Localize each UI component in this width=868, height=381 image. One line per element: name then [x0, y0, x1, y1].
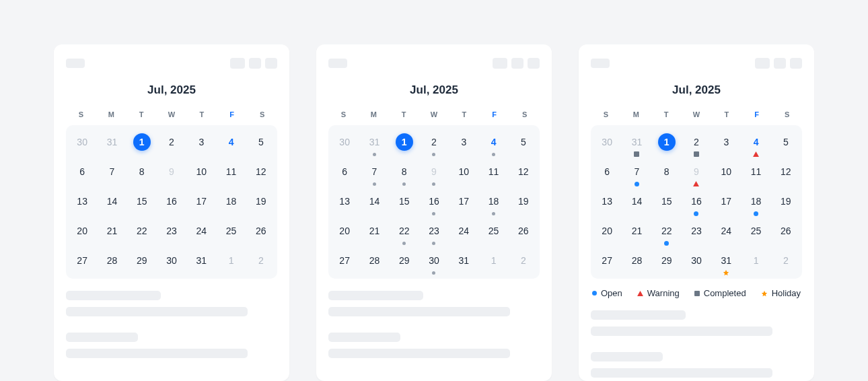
day-cell[interactable]: 24: [711, 218, 741, 248]
day-cell[interactable]: 16: [682, 188, 711, 218]
day-cell[interactable]: 5: [509, 129, 538, 159]
day-cell[interactable]: 31: [97, 129, 126, 159]
day-cell[interactable]: 4: [741, 129, 770, 159]
day-cell[interactable]: 17: [186, 188, 216, 218]
day-cell[interactable]: 7: [97, 159, 126, 188]
placeholder-action[interactable]: [790, 58, 802, 69]
day-cell[interactable]: 10: [711, 159, 741, 188]
day-cell[interactable]: 28: [622, 248, 651, 277]
placeholder-action[interactable]: [774, 58, 786, 69]
day-cell[interactable]: 16: [157, 188, 186, 218]
day-cell[interactable]: 8: [127, 159, 157, 188]
placeholder-action[interactable]: [511, 58, 523, 69]
day-cell[interactable]: 19: [771, 188, 801, 218]
placeholder-action[interactable]: [755, 58, 770, 69]
day-cell[interactable]: 10: [449, 159, 478, 188]
day-cell[interactable]: 26: [246, 218, 276, 248]
day-cell[interactable]: 2: [509, 248, 538, 277]
day-cell[interactable]: 25: [478, 218, 508, 248]
day-cell[interactable]: 23: [419, 218, 449, 248]
day-cell[interactable]: 3: [186, 129, 216, 159]
day-cell[interactable]: 16: [419, 188, 449, 218]
day-cell[interactable]: 11: [478, 159, 508, 188]
day-cell[interactable]: 14: [97, 188, 126, 218]
day-cell[interactable]: 24: [449, 218, 478, 248]
day-cell[interactable]: 17: [711, 188, 741, 218]
day-cell[interactable]: 2: [246, 248, 276, 277]
day-cell[interactable]: 7: [359, 159, 389, 188]
day-cell[interactable]: 2: [771, 248, 801, 277]
day-cell[interactable]: 1: [127, 129, 157, 159]
day-cell[interactable]: 30: [592, 129, 622, 159]
day-cell[interactable]: 21: [97, 218, 126, 248]
day-cell[interactable]: 30: [419, 248, 449, 277]
day-cell[interactable]: 8: [652, 159, 682, 188]
day-cell[interactable]: 29: [127, 248, 157, 277]
day-cell[interactable]: 6: [330, 159, 359, 188]
day-cell[interactable]: 27: [592, 248, 622, 277]
day-cell[interactable]: 3: [449, 129, 478, 159]
day-cell[interactable]: 30: [682, 248, 711, 277]
placeholder-action[interactable]: [265, 58, 277, 69]
day-cell[interactable]: 31: [711, 248, 741, 277]
day-cell[interactable]: 11: [741, 159, 770, 188]
day-cell[interactable]: 17: [449, 188, 478, 218]
day-cell[interactable]: 18: [741, 188, 770, 218]
day-cell[interactable]: 3: [711, 129, 741, 159]
day-cell[interactable]: 20: [330, 218, 359, 248]
day-cell[interactable]: 12: [771, 159, 801, 188]
day-cell[interactable]: 5: [771, 129, 801, 159]
day-cell[interactable]: 14: [359, 188, 389, 218]
day-cell[interactable]: 27: [330, 248, 359, 277]
day-cell[interactable]: 4: [478, 129, 508, 159]
day-cell[interactable]: 6: [592, 159, 622, 188]
day-cell[interactable]: 15: [127, 188, 157, 218]
day-cell[interactable]: 1: [652, 129, 682, 159]
day-cell[interactable]: 21: [622, 218, 651, 248]
day-cell[interactable]: 30: [330, 129, 359, 159]
day-cell[interactable]: 4: [216, 129, 246, 159]
day-cell[interactable]: 25: [216, 218, 246, 248]
day-cell[interactable]: 26: [509, 218, 538, 248]
day-cell[interactable]: 28: [97, 248, 126, 277]
day-cell[interactable]: 23: [157, 218, 186, 248]
day-cell[interactable]: 2: [419, 129, 449, 159]
day-cell[interactable]: 1: [478, 248, 508, 277]
day-cell[interactable]: 9: [157, 159, 186, 188]
day-cell[interactable]: 31: [449, 248, 478, 277]
day-cell[interactable]: 13: [592, 188, 622, 218]
day-cell[interactable]: 1: [390, 129, 419, 159]
day-cell[interactable]: 21: [359, 218, 389, 248]
day-cell[interactable]: 27: [67, 248, 97, 277]
day-cell[interactable]: 9: [419, 159, 449, 188]
day-cell[interactable]: 23: [682, 218, 711, 248]
day-cell[interactable]: 31: [359, 129, 389, 159]
day-cell[interactable]: 19: [509, 188, 538, 218]
day-cell[interactable]: 10: [186, 159, 216, 188]
placeholder-action[interactable]: [528, 58, 540, 69]
day-cell[interactable]: 31: [186, 248, 216, 277]
day-cell[interactable]: 9: [682, 159, 711, 188]
day-cell[interactable]: 5: [246, 129, 276, 159]
placeholder-action[interactable]: [493, 58, 507, 69]
day-cell[interactable]: 26: [771, 218, 801, 248]
day-cell[interactable]: 20: [67, 218, 97, 248]
day-cell[interactable]: 7: [622, 159, 651, 188]
day-cell[interactable]: 12: [509, 159, 538, 188]
day-cell[interactable]: 8: [390, 159, 419, 188]
placeholder-action[interactable]: [230, 58, 245, 69]
day-cell[interactable]: 19: [246, 188, 276, 218]
day-cell[interactable]: 22: [390, 218, 419, 248]
day-cell[interactable]: 1: [741, 248, 770, 277]
day-cell[interactable]: 1: [216, 248, 246, 277]
day-cell[interactable]: 6: [67, 159, 97, 188]
day-cell[interactable]: 28: [359, 248, 389, 277]
day-cell[interactable]: 18: [478, 188, 508, 218]
day-cell[interactable]: 22: [127, 218, 157, 248]
day-cell[interactable]: 2: [682, 129, 711, 159]
day-cell[interactable]: 14: [622, 188, 651, 218]
day-cell[interactable]: 18: [216, 188, 246, 218]
day-cell[interactable]: 30: [67, 129, 97, 159]
day-cell[interactable]: 20: [592, 218, 622, 248]
day-cell[interactable]: 30: [157, 248, 186, 277]
